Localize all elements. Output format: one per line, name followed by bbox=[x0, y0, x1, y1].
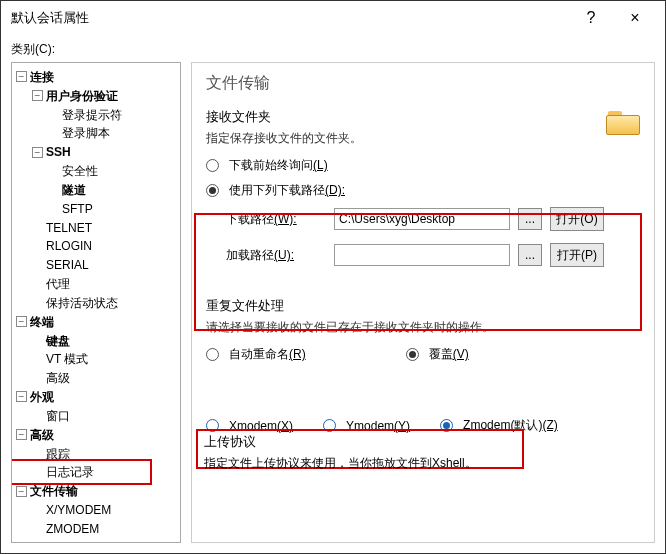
collapse-icon[interactable]: − bbox=[16, 486, 27, 497]
tree-keyboard[interactable]: 键盘 bbox=[32, 331, 178, 350]
tree-login-script[interactable]: 登录脚本 bbox=[48, 123, 178, 142]
tree-ssh[interactable]: −SSH bbox=[32, 142, 178, 161]
duplicate-desc: 请选择当要接收的文件已存在于接收文件夹时的操作。 bbox=[206, 319, 640, 336]
tree-xymodem[interactable]: X/YMODEM bbox=[32, 500, 178, 519]
tree-sftp[interactable]: SFTP bbox=[48, 199, 178, 218]
dialog-body: 类别(C): −连接 −用户身份验证 bbox=[1, 35, 665, 553]
tree-security[interactable]: 安全性 bbox=[48, 161, 178, 180]
tree-telnet[interactable]: TELNET bbox=[32, 218, 178, 237]
window-title: 默认会话属性 bbox=[11, 9, 569, 27]
tree-login-prompt[interactable]: 登录提示符 bbox=[48, 105, 178, 124]
titlebar: 默认会话属性 ? × bbox=[1, 1, 665, 35]
tree-serial[interactable]: SERIAL bbox=[32, 255, 178, 274]
tree-file-transfer[interactable]: −文件传输 bbox=[16, 481, 178, 500]
tree-rlogin[interactable]: RLOGIN bbox=[32, 236, 178, 255]
dialog-window: 默认会话属性 ? × 类别(C): −连接 bbox=[0, 0, 666, 554]
category-tree[interactable]: −连接 −用户身份验证 登录提示符 登录脚本 bbox=[11, 62, 181, 543]
load-browse-button[interactable]: ... bbox=[518, 244, 542, 266]
load-path-label: 加载路径(U): bbox=[226, 247, 326, 264]
download-path-input[interactable] bbox=[334, 208, 510, 230]
tree-proxy[interactable]: 代理 bbox=[32, 274, 178, 293]
collapse-icon[interactable]: − bbox=[32, 147, 43, 158]
radio-use-download-path[interactable]: 使用下列下载路径(D): bbox=[206, 182, 640, 199]
category-label: 类别(C): bbox=[11, 41, 655, 58]
close-button[interactable]: × bbox=[613, 3, 657, 33]
duplicate-head: 重复文件处理 bbox=[206, 297, 640, 315]
tree-tunnel[interactable]: 隧道 bbox=[48, 180, 178, 199]
radio-always-ask[interactable]: 下载前始终询问(L) bbox=[206, 157, 640, 174]
load-open-button[interactable]: 打开(P) bbox=[550, 243, 604, 267]
highlight-upload-protocol: 上传协议 指定文件上传协议来使用，当你拖放文件到Xshell。 bbox=[196, 429, 524, 469]
collapse-icon[interactable]: − bbox=[32, 90, 43, 101]
panel-title: 文件传输 bbox=[206, 73, 640, 94]
help-button[interactable]: ? bbox=[569, 3, 613, 33]
tree-logging[interactable]: 日志记录 bbox=[32, 462, 178, 481]
radio-icon bbox=[406, 348, 419, 361]
collapse-icon[interactable]: − bbox=[16, 71, 27, 82]
tree-window[interactable]: 窗口 bbox=[32, 406, 178, 425]
download-open-button[interactable]: 打开(O) bbox=[550, 207, 604, 231]
folder-icon bbox=[606, 107, 640, 135]
tree-zmodem[interactable]: ZMODEM bbox=[32, 519, 178, 538]
radio-icon bbox=[206, 348, 219, 361]
tree-appearance[interactable]: −外观 bbox=[16, 387, 178, 406]
radio-icon bbox=[206, 184, 219, 197]
tree-trace[interactable]: 跟踪 bbox=[32, 444, 178, 463]
collapse-icon[interactable]: − bbox=[16, 391, 27, 402]
tree-advanced[interactable]: 高级 bbox=[32, 368, 178, 387]
load-path-input[interactable] bbox=[334, 244, 510, 266]
radio-overwrite[interactable]: 覆盖(V) bbox=[406, 346, 469, 363]
tree-user-auth[interactable]: −用户身份验证 bbox=[32, 86, 178, 105]
radio-icon bbox=[206, 159, 219, 172]
download-path-label: 下载路径(W): bbox=[226, 211, 326, 228]
settings-panel: 文件传输 接收文件夹 指定保存接收文件的文件夹。 下载前始终询问(L) 使用下列… bbox=[191, 62, 655, 543]
tree-terminal[interactable]: −终端 bbox=[16, 312, 178, 331]
download-browse-button[interactable]: ... bbox=[518, 208, 542, 230]
recv-folder-head: 接收文件夹 bbox=[206, 108, 640, 126]
upload-proto-head: 上传协议 bbox=[204, 433, 516, 451]
collapse-icon[interactable]: − bbox=[16, 316, 27, 327]
tree-advanced2[interactable]: −高级 bbox=[16, 425, 178, 444]
tree-vt-mode[interactable]: VT 模式 bbox=[32, 349, 178, 368]
tree-connect[interactable]: −连接 bbox=[16, 67, 178, 86]
recv-folder-desc: 指定保存接收文件的文件夹。 bbox=[206, 130, 640, 147]
collapse-icon[interactable]: − bbox=[16, 429, 27, 440]
radio-auto-rename[interactable]: 自动重命名(R) bbox=[206, 346, 306, 363]
tree-keepalive[interactable]: 保持活动状态 bbox=[32, 293, 178, 312]
upload-proto-desc: 指定文件上传协议来使用，当你拖放文件到Xshell。 bbox=[204, 455, 516, 472]
